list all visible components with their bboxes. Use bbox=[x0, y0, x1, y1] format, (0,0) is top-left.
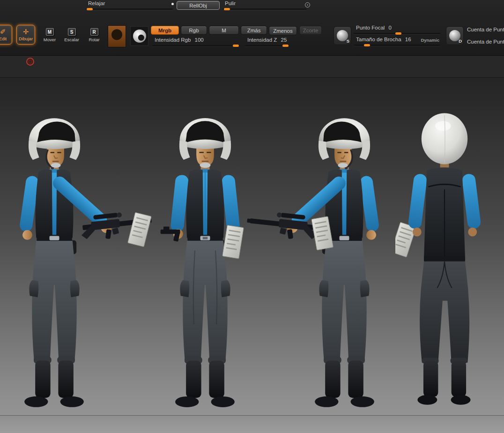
edit-button[interactable]: ✐ Edit bbox=[0, 25, 12, 45]
current-alpha-thumbnail[interactable] bbox=[130, 26, 148, 46]
m-button[interactable]: M bbox=[209, 26, 239, 35]
intensidad-z-value: 25 bbox=[281, 37, 287, 43]
intensidad-z-slider[interactable]: Intensidad Z 25 bbox=[245, 37, 289, 46]
tamano-brocha-slider[interactable]: Tamaño de Brocha 16 Dynamic bbox=[354, 37, 440, 46]
curve-flyout-button[interactable]: D bbox=[446, 26, 464, 45]
zmas-button[interactable]: Zmás bbox=[241, 26, 267, 35]
cuenta-de-puntos-label-2[interactable]: Cuenta de Puntos bbox=[467, 39, 504, 45]
intensidad-rgb-track bbox=[152, 45, 240, 46]
pulir-track bbox=[222, 8, 307, 10]
zcorte-button[interactable]: Zcorte bbox=[299, 26, 322, 35]
model-view-three-quarter-right[interactable] bbox=[2, 108, 159, 418]
intensidad-rgb-value: 100 bbox=[195, 37, 204, 43]
tamano-brocha-track bbox=[354, 45, 440, 46]
stroke-flyout-button[interactable]: S bbox=[334, 26, 351, 45]
zmenos-button[interactable]: Zmenos bbox=[269, 26, 297, 35]
intensidad-rgb-slider[interactable]: Intensidad Rgb 100 bbox=[152, 37, 240, 46]
canvas-header-strip bbox=[0, 56, 504, 78]
tamano-brocha-label: Tamaño de Brocha bbox=[356, 37, 401, 42]
dibujar-label: Dibujar bbox=[19, 36, 33, 41]
dynamic-label[interactable]: Dynamic bbox=[421, 37, 439, 43]
model-view-three-quarter-left[interactable] bbox=[240, 108, 397, 418]
sculpt-canvas[interactable] bbox=[0, 77, 504, 415]
current-brush-thumbnail[interactable] bbox=[108, 25, 126, 47]
edit-icon: ✐ bbox=[0, 29, 6, 35]
intensidad-rgb-thumb[interactable] bbox=[233, 45, 239, 47]
sphere-alpha-icon bbox=[133, 30, 146, 43]
scale-icon: S bbox=[68, 28, 76, 36]
ring-indicator-icon[interactable] bbox=[305, 2, 310, 7]
mover-label: Mover bbox=[44, 37, 56, 42]
dibujar-button[interactable]: ✛ Dibujar bbox=[16, 25, 35, 45]
brush-cursor-target-icon bbox=[26, 58, 34, 66]
escalar-label: Escalar bbox=[64, 37, 79, 42]
punto-focal-thumb[interactable] bbox=[395, 32, 401, 35]
model-view-back[interactable] bbox=[395, 108, 494, 418]
rotar-label: Rotar bbox=[89, 37, 99, 42]
relajar-slider[interactable]: Relajar bbox=[86, 0, 173, 10]
mover-button[interactable]: M Mover bbox=[41, 25, 59, 45]
draw-crosshair-icon: ✛ bbox=[23, 29, 29, 35]
edit-label: Edit bbox=[0, 36, 7, 41]
relajar-label: Relajar bbox=[88, 0, 105, 6]
cuenta-de-puntos-label-1[interactable]: Cuenta de Puntos bbox=[467, 27, 504, 32]
rgb-button[interactable]: Rgb bbox=[181, 26, 207, 35]
dot-indicator-icon bbox=[171, 3, 174, 5]
rotar-button[interactable]: R Rotar bbox=[85, 25, 103, 45]
punto-focal-slider[interactable]: Punto Focal 0 bbox=[354, 25, 440, 34]
punto-focal-label: Punto Focal bbox=[356, 25, 385, 30]
intensidad-rgb-label: Intensidad Rgb bbox=[155, 37, 191, 43]
escalar-button[interactable]: S Escalar bbox=[63, 25, 81, 45]
intensidad-z-thumb[interactable] bbox=[282, 45, 289, 47]
tamano-brocha-thumb[interactable] bbox=[364, 44, 370, 46]
pulir-label: Pulir bbox=[225, 0, 236, 6]
punto-focal-value: 0 bbox=[389, 25, 392, 30]
canvas-footer-strip bbox=[0, 415, 504, 433]
move-icon: M bbox=[46, 28, 54, 36]
curve-flyout-letter: D bbox=[459, 38, 462, 44]
pulir-slider[interactable]: Pulir bbox=[222, 0, 307, 10]
intensidad-z-track bbox=[245, 45, 289, 46]
rotate-icon: R bbox=[90, 28, 98, 36]
mrgb-button[interactable]: Mrgb bbox=[151, 26, 179, 35]
zbrush-window: { "topbar": { "relajar_label": "Relajar"… bbox=[0, 0, 504, 433]
punto-focal-track bbox=[354, 33, 440, 34]
top-toolbar: Relajar RellObj Pulir ✐ Edit ✛ Dibujar M… bbox=[0, 0, 504, 56]
relajar-track bbox=[86, 8, 173, 10]
tamano-brocha-value: 16 bbox=[405, 37, 411, 42]
intensidad-z-label: Intensidad Z bbox=[247, 37, 277, 43]
pulir-thumb[interactable] bbox=[224, 8, 230, 10]
rellobj-button[interactable]: RellObj bbox=[177, 1, 220, 10]
stroke-flyout-letter: S bbox=[347, 38, 349, 44]
relajar-thumb[interactable] bbox=[87, 8, 93, 10]
